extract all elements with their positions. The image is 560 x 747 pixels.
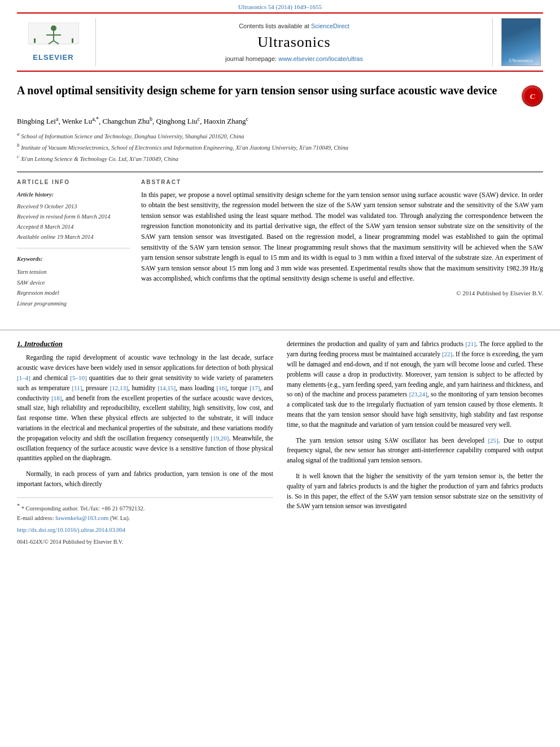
elsevier-name-text: ELSEVIER bbox=[33, 53, 73, 62]
homepage-line: journal homepage: www.elsevier.com/locat… bbox=[225, 55, 363, 62]
article-history: Article history: Received 9 October 2013… bbox=[17, 190, 130, 248]
ref-22[interactable]: [22] bbox=[442, 351, 452, 357]
svg-point-1 bbox=[51, 25, 56, 31]
ref-16[interactable]: [16] bbox=[217, 385, 227, 391]
body-divider bbox=[0, 330, 560, 330]
affil-1: a School of Information Science and Tech… bbox=[17, 130, 543, 141]
body-para-3: determines the production and quality of… bbox=[287, 339, 543, 430]
ref-18[interactable]: [18] bbox=[51, 395, 62, 401]
crossmark-icon: C bbox=[524, 88, 541, 104]
intro-heading: 1. Introduction bbox=[17, 339, 273, 348]
article-info-col: ARTICLE INFO Article history: Received 9… bbox=[17, 179, 130, 310]
journal-title: Ultrasonics bbox=[257, 34, 330, 51]
info-abstract-cols: ARTICLE INFO Article history: Received 9… bbox=[17, 172, 543, 310]
elsevier-logo-area: ELSEVIER bbox=[17, 18, 96, 66]
article-area: A novel optimal sensitivity design schem… bbox=[17, 72, 543, 324]
corresponding-author-note: * * Corresponding author. Tel./fax: +86 … bbox=[17, 501, 273, 513]
homepage-url[interactable]: www.elsevier.com/locate/ultras bbox=[278, 55, 363, 62]
journal-cover-label: Ultrasonics bbox=[509, 58, 532, 63]
history-label: Article history: bbox=[17, 190, 130, 200]
accepted-date: Accepted 8 March 2014 bbox=[17, 222, 130, 232]
keyword-2: SAW device bbox=[17, 278, 130, 289]
pub-note: 0041-624X/© 2014 Published by Elsevier B… bbox=[17, 538, 273, 547]
journal-citation-text: Ultrasonics 54 (2014) 1649–1655 bbox=[238, 3, 322, 10]
article-title-block: A novel optimal sensitivity design schem… bbox=[17, 83, 543, 107]
keywords-block: Keywords: Yarn tension SAW device Regres… bbox=[17, 254, 130, 309]
crossmark-badge: C bbox=[522, 85, 543, 107]
author-2: Wenke Lua,* bbox=[62, 117, 99, 125]
ref-14-15[interactable]: [14,15] bbox=[158, 385, 176, 391]
email-note: E-mail address: luwenkelu@163.com (W. Lu… bbox=[17, 513, 273, 523]
affiliations-block: a School of Information Science and Tech… bbox=[17, 130, 543, 164]
author-1: Bingbing Leia bbox=[17, 117, 58, 125]
copyright-line: © 2014 Published by Elsevier B.V. bbox=[141, 290, 543, 296]
ref-12-13[interactable]: [12,13] bbox=[110, 385, 128, 391]
available-date: Available online 19 March 2014 bbox=[17, 232, 130, 242]
author-5: Haoxin Zhangc bbox=[204, 117, 248, 125]
ref-19-20[interactable]: [19,20] bbox=[211, 435, 229, 442]
abstract-text: In this paper, we propose a novel optima… bbox=[141, 190, 543, 284]
received-date: Received 9 October 2013 bbox=[17, 202, 130, 212]
svg-rect-7 bbox=[72, 38, 73, 43]
body-columns: 1. Introduction Regarding the rapid deve… bbox=[17, 339, 543, 546]
journal-cover-area: Ultrasonics bbox=[492, 18, 543, 66]
email-link[interactable]: luwenkelu@163.com bbox=[55, 514, 108, 521]
keyword-4: Linear programming bbox=[17, 299, 130, 309]
body-para-1: Regarding the rapid development of acous… bbox=[17, 353, 273, 464]
journal-header: ELSEVIER Contents lists available at Sci… bbox=[17, 12, 543, 72]
revised-date: Received in revised form 6 March 2014 bbox=[17, 212, 130, 222]
ref-23-24[interactable]: [23,24] bbox=[409, 391, 427, 397]
ref-25[interactable]: [25] bbox=[488, 437, 498, 444]
authors-line: Bingbing Leia, Wenke Lua,*, Changchun Zh… bbox=[17, 115, 543, 127]
keywords-label: Keywords: bbox=[17, 254, 130, 265]
sciencedirect-link[interactable]: ScienceDirect bbox=[311, 23, 349, 29]
journal-cover-image: Ultrasonics bbox=[501, 18, 541, 66]
author-3: Changchun Zhub bbox=[103, 117, 152, 125]
footnotes-block: * * Corresponding author. Tel./fax: +86 … bbox=[17, 497, 273, 547]
ref-21[interactable]: [21] bbox=[466, 340, 476, 347]
body-para-5: It is well known that the higher the sen… bbox=[287, 471, 543, 512]
svg-rect-6 bbox=[34, 38, 36, 43]
contents-prefix: Contents lists available at bbox=[239, 23, 311, 29]
author-4: Qinghong Liuc bbox=[156, 117, 200, 125]
body-para-2: Normally, in each process of yarn and fa… bbox=[17, 469, 273, 490]
footnote-star: * bbox=[17, 503, 20, 509]
article-info-label: ARTICLE INFO bbox=[17, 179, 130, 185]
keyword-3: Regression model bbox=[17, 288, 130, 299]
svg-text:C: C bbox=[530, 92, 535, 101]
doi-link[interactable]: http://dx.doi.org/10.1016/j.ultras.2014.… bbox=[17, 526, 273, 535]
abstract-label: ABSTRACT bbox=[141, 179, 543, 185]
journal-name-area: Contents lists available at ScienceDirec… bbox=[96, 18, 492, 66]
ref-1-4[interactable]: [1–4] bbox=[17, 374, 30, 381]
keyword-1: Yarn tension bbox=[17, 267, 130, 278]
ref-17[interactable]: [17] bbox=[250, 385, 260, 391]
elsevier-logo-svg bbox=[28, 23, 79, 51]
homepage-prefix: journal homepage: bbox=[225, 55, 278, 62]
journal-citation-bar: Ultrasonics 54 (2014) 1649–1655 bbox=[0, 0, 560, 12]
ref-5-10[interactable]: [5–10] bbox=[70, 374, 86, 381]
elsevier-logo: ELSEVIER bbox=[28, 23, 79, 62]
contents-line: Contents lists available at ScienceDirec… bbox=[239, 23, 349, 29]
affil-2: b Institute of Vacuum Microelectronics, … bbox=[17, 142, 543, 152]
abstract-col: ABSTRACT In this paper, we propose a nov… bbox=[141, 179, 543, 310]
body-right-col: determines the production and quality of… bbox=[287, 339, 543, 546]
body-left-col: 1. Introduction Regarding the rapid deve… bbox=[17, 339, 273, 546]
article-title-text: A novel optimal sensitivity design schem… bbox=[17, 83, 516, 98]
affil-3: c Xi'an Leitong Science & Technology Co.… bbox=[17, 153, 543, 163]
body-para-4: The yarn tension sensor using SAW oscill… bbox=[287, 436, 543, 466]
ref-11[interactable]: [11] bbox=[72, 385, 82, 391]
